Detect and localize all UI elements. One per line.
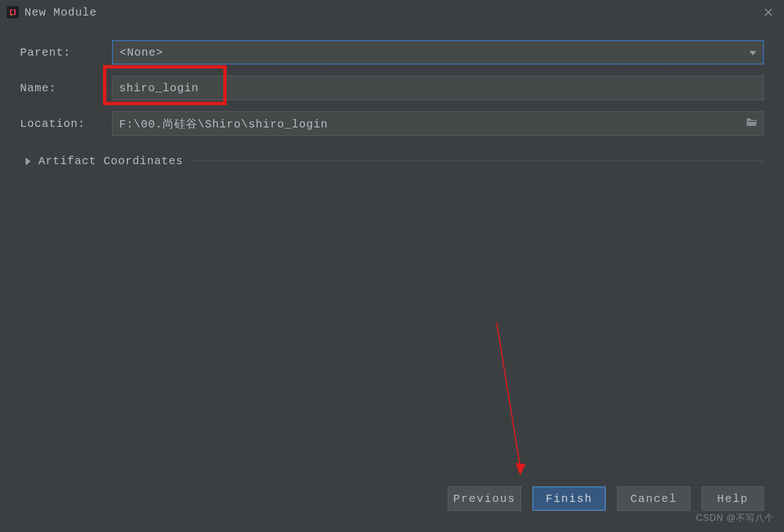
cancel-button[interactable]: Cancel xyxy=(617,486,690,511)
parent-dropdown[interactable]: <None> xyxy=(112,40,764,65)
content-area: Parent: <None> Name: Location: F:\00.尚硅谷… xyxy=(0,24,784,532)
help-button[interactable]: Help xyxy=(702,486,764,511)
chevron-down-icon xyxy=(749,46,756,59)
app-icon xyxy=(7,6,19,18)
titlebar: New Module xyxy=(0,0,784,24)
location-value: F:\00.尚硅谷\Shiro\shiro_login xyxy=(119,116,328,131)
svg-rect-1 xyxy=(10,14,13,15)
location-label: Location: xyxy=(20,117,112,130)
divider xyxy=(192,161,764,161)
parent-row: Parent: <None> xyxy=(20,40,764,65)
location-row: Location: F:\00.尚硅谷\Shiro\shiro_login xyxy=(20,111,764,136)
close-button[interactable] xyxy=(759,3,777,21)
name-field-wrap xyxy=(112,76,764,100)
button-bar: Previous Finish Cancel Help xyxy=(448,486,764,511)
parent-value: <None> xyxy=(120,46,163,59)
parent-label: Parent: xyxy=(20,46,112,59)
name-input[interactable] xyxy=(112,76,764,100)
artifact-coordinates-toggle[interactable]: Artifact Coordinates xyxy=(20,155,764,168)
previous-button[interactable]: Previous xyxy=(448,486,521,511)
svg-rect-0 xyxy=(8,8,17,17)
folder-open-icon[interactable] xyxy=(746,117,758,130)
triangle-right-icon xyxy=(26,157,31,165)
window-title: New Module xyxy=(24,6,777,19)
artifact-label: Artifact Coordinates xyxy=(38,155,183,168)
location-field[interactable]: F:\00.尚硅谷\Shiro\shiro_login xyxy=(112,111,764,136)
name-row: Name: xyxy=(20,76,764,100)
new-module-dialog: New Module Parent: <None> Name: Location… xyxy=(0,0,784,532)
name-label: Name: xyxy=(20,82,112,95)
finish-button[interactable]: Finish xyxy=(532,486,606,511)
watermark: CSDN @不写八个 xyxy=(696,513,774,524)
